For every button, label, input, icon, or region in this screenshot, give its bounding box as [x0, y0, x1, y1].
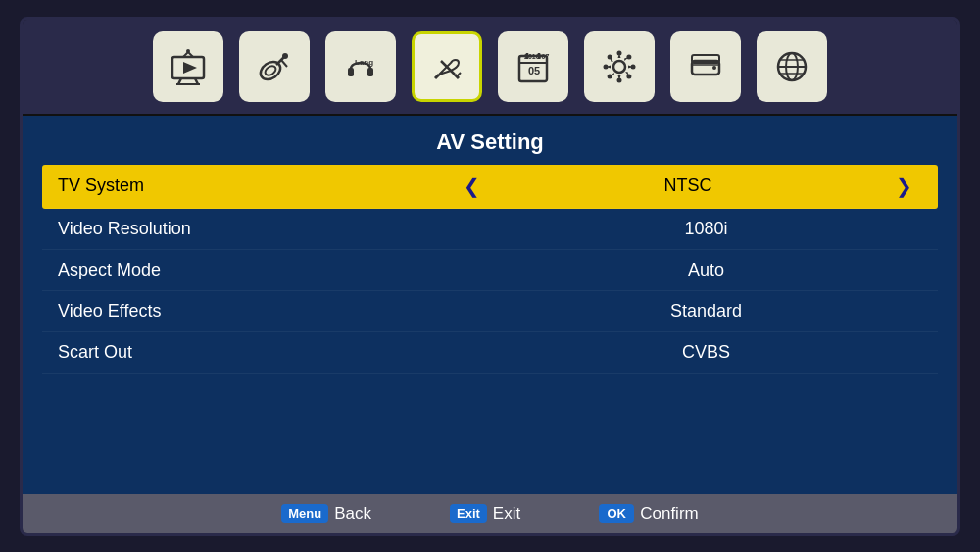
svg-point-32: [626, 74, 631, 78]
ok-label: Confirm: [640, 504, 699, 524]
exit-badge: Exit: [450, 504, 487, 523]
ok-badge: OK: [599, 504, 634, 523]
setting-label-aspect-mode: Aspect Mode: [58, 260, 490, 280]
menu-back-button[interactable]: Menu Back: [281, 504, 371, 524]
nav-icon-network[interactable]: [757, 31, 827, 102]
setting-row-video-resolution[interactable]: Video Resolution 1080i: [42, 209, 938, 250]
setting-row-scart-out[interactable]: Scart Out CVBS: [42, 332, 938, 374]
setting-label-video-resolution: Video Resolution: [58, 219, 490, 239]
setting-label-tv-system: TV System: [58, 176, 454, 196]
svg-point-11: [282, 53, 288, 59]
svg-point-33: [626, 54, 631, 59]
setting-row-video-effects[interactable]: Video Effects Standard: [42, 291, 938, 332]
main-content: AV Setting TV System ❮ NTSC ❯ Video Reso…: [23, 116, 957, 494]
nav-icon-storage[interactable]: [670, 31, 741, 102]
section-title: AV Setting: [23, 116, 957, 165]
svg-point-28: [617, 77, 622, 82]
svg-line-19: [457, 73, 461, 76]
setting-value-video-resolution: 1080i: [490, 219, 922, 239]
svg-rect-14: [368, 68, 373, 76]
setting-label-video-effects: Video Effects: [58, 301, 490, 322]
nav-icon-settings[interactable]: [584, 31, 655, 102]
svg-point-26: [613, 61, 625, 73]
svg-rect-13: [348, 68, 354, 76]
ok-confirm-button[interactable]: OK Confirm: [599, 504, 699, 524]
bottom-bar: Menu Back Exit Exit OK Confirm: [23, 494, 957, 533]
nav-icon-satellite[interactable]: [239, 31, 310, 102]
svg-text:Lang: Lang: [355, 58, 373, 67]
nav-icon-tools[interactable]: [412, 31, 482, 102]
svg-point-27: [617, 50, 622, 55]
setting-row-tv-system[interactable]: TV System ❮ NTSC ❯: [42, 165, 938, 209]
setting-value-tv-system: NTSC: [490, 176, 886, 196]
svg-point-6: [186, 49, 190, 53]
exit-label: Exit: [493, 504, 520, 524]
exit-button[interactable]: Exit Exit: [450, 504, 520, 524]
menu-label: Back: [334, 504, 371, 524]
nav-bar: Lang 2016/07 05: [23, 20, 957, 116]
svg-point-37: [712, 66, 716, 70]
setting-label-scart-out: Scart Out: [58, 342, 490, 363]
svg-marker-7: [183, 62, 197, 74]
menu-badge: Menu: [281, 504, 328, 523]
svg-point-29: [604, 64, 609, 69]
svg-line-12: [281, 60, 287, 67]
setting-value-video-effects: Standard: [490, 301, 922, 322]
svg-point-30: [631, 64, 636, 69]
arrow-left-tv-system[interactable]: ❮: [454, 175, 490, 198]
nav-icon-calendar[interactable]: 2016/07 05: [498, 31, 568, 102]
nav-icon-language[interactable]: Lang: [325, 31, 396, 102]
svg-text:2016/07: 2016/07: [524, 53, 549, 60]
settings-list: TV System ❮ NTSC ❯ Video Resolution 1080…: [23, 165, 957, 494]
arrow-right-tv-system[interactable]: ❯: [886, 175, 922, 198]
svg-point-34: [608, 74, 612, 78]
main-frame: Lang 2016/07 05: [20, 17, 960, 536]
setting-row-aspect-mode[interactable]: Aspect Mode Auto: [42, 250, 938, 291]
setting-value-scart-out: CVBS: [490, 342, 922, 363]
setting-value-aspect-mode: Auto: [490, 260, 922, 280]
svg-point-31: [608, 54, 612, 59]
svg-text:05: 05: [528, 65, 540, 76]
svg-line-16: [435, 75, 439, 78]
nav-icon-tv[interactable]: [153, 31, 223, 102]
